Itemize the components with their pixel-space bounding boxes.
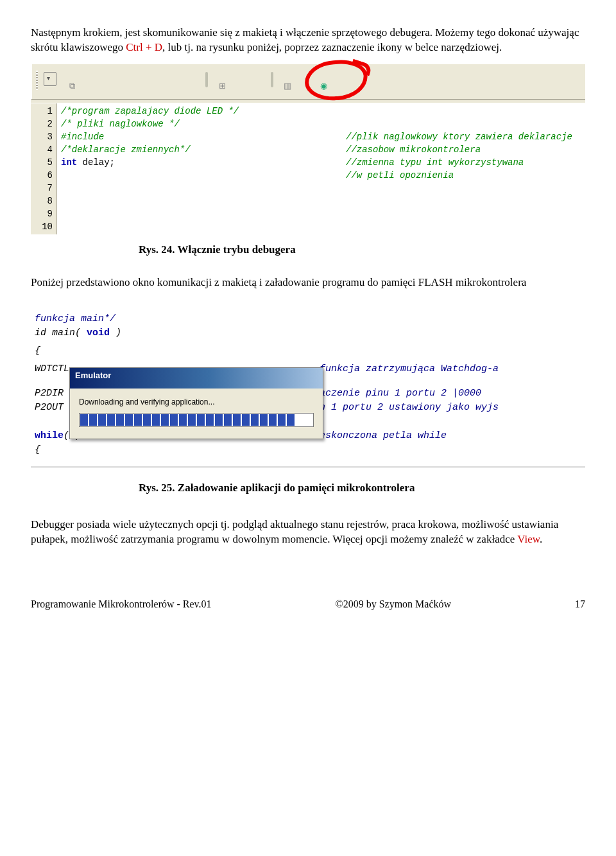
- progress-chunk: [161, 414, 169, 426]
- line-number: 6: [35, 169, 53, 182]
- emulator-dialog: Emulator Downloading and verifying appli…: [69, 367, 323, 439]
- progress-chunk: [152, 414, 160, 426]
- progress-chunk: [242, 414, 250, 426]
- progress-chunk: [251, 414, 259, 426]
- paragraph-1: Następnym krokiem, jest skomunikowanie s…: [31, 26, 585, 55]
- screenshot-toolbar-code: ✎ ✎ ↷ ↴ ◈ → ⧉ ⧉ ▤ ☰ ⊞ ▦ ▥ ✖ ◉: [31, 63, 585, 234]
- line-number: 1: [35, 105, 53, 118]
- progress-chunk: [197, 414, 205, 426]
- toolbar-separator-2: [271, 72, 273, 87]
- line-number: 2: [35, 118, 53, 130]
- toolbar-dropdown[interactable]: [44, 72, 56, 86]
- line-number: 5: [35, 156, 53, 169]
- line-number: 9: [35, 207, 53, 220]
- bg-code-line: {: [35, 443, 40, 457]
- start-debug-icon[interactable]: ◉: [316, 78, 331, 94]
- progress-chunk: [287, 414, 295, 426]
- toolbar-grip: [36, 71, 38, 90]
- line-number: 4: [35, 143, 53, 156]
- progress-chunk: [80, 414, 88, 426]
- progress-chunk: [170, 414, 178, 426]
- line-number: 8: [35, 195, 53, 207]
- toolbar-separator: [205, 72, 208, 87]
- bg-code-line: WDTCTL: [35, 362, 69, 376]
- progress-chunk: [116, 414, 124, 426]
- bg-code-line: funkcja main*/: [35, 312, 116, 326]
- progress-chunk: [89, 414, 97, 426]
- p1-text-b: , lub tj. na rysunku poniżej, poprzez za…: [162, 41, 502, 53]
- paragraph-2: Poniżej przedstawiono okno komunikacji z…: [31, 275, 585, 290]
- screenshot-emulator-dialog: funkcja main*/id main( void ){WDTCTL fun…: [31, 310, 585, 467]
- bg-code-line: {: [35, 344, 40, 358]
- code-line: int delay;//zmienna typu int wykorzystyw…: [61, 156, 581, 169]
- hand-drawn-tail: [350, 58, 373, 76]
- dialog-message: Downloading and verifying application...: [79, 397, 214, 406]
- line-number: 3: [35, 130, 53, 143]
- bg-code-comment: aczenie pinu 1 portu 2 |0000: [320, 387, 481, 401]
- progress-chunk: [98, 414, 106, 426]
- progress-chunk: [107, 414, 115, 426]
- code-content: /*program zapalajacy diode LED *//* plik…: [57, 103, 585, 234]
- progress-bar: [79, 413, 314, 427]
- progress-chunk: [125, 414, 133, 426]
- line-number-gutter: 12345678910: [31, 103, 57, 234]
- bg-code-comment: funkcja zatrzymująca Watchdog-a: [320, 362, 499, 376]
- progress-chunk: [215, 414, 223, 426]
- progress-chunk: [278, 414, 286, 426]
- footer-page: 17: [575, 598, 585, 610]
- progress-chunk: [206, 414, 214, 426]
- progress-chunk: [134, 414, 142, 426]
- paste-icon[interactable]: ⧉: [64, 78, 80, 94]
- view-text: View: [517, 533, 540, 545]
- dialog-titlebar: Emulator: [70, 368, 323, 389]
- bg-code-comment: eskonczona petla while: [320, 429, 447, 443]
- progress-chunk: [269, 414, 277, 426]
- p3b: .: [540, 533, 542, 545]
- code-line: #include //plik naglowkowy ktory zawiera…: [61, 130, 581, 143]
- footer-left: Programowanie Mikrokontrolerów - Rev.01: [31, 598, 212, 610]
- hotkey-text: Ctrl + D: [126, 41, 162, 53]
- dialog-body: Downloading and verifying application...: [70, 389, 323, 427]
- page-footer: Programowanie Mikrokontrolerów - Rev.01 …: [31, 598, 585, 610]
- line-number: 10: [35, 220, 53, 233]
- progress-chunk: [179, 414, 187, 426]
- progress-chunk: [233, 414, 241, 426]
- progress-chunk: [188, 414, 196, 426]
- code-editor: 12345678910 /*program zapalajacy diode L…: [31, 103, 585, 234]
- code-line: /* pliki naglowkowe */: [61, 118, 581, 130]
- watch-icon[interactable]: ⊞: [214, 78, 230, 94]
- progress-chunk: [224, 414, 232, 426]
- footer-mid: ©2009 by Szymon Maćków: [335, 598, 451, 610]
- code-line: /*deklaracje zmiennych*/: [61, 143, 581, 156]
- progress-chunk: [143, 414, 151, 426]
- paragraph-3: Debugger posiada wiele użytecznych opcji…: [31, 518, 585, 547]
- progress-chunk: [260, 414, 268, 426]
- figure-25-caption: Rys. 25. Załadowanie aplikacji do pamięc…: [139, 482, 585, 494]
- line-number: 7: [35, 182, 53, 195]
- p3a: Debugger posiada wiele użytecznych opcji…: [31, 518, 558, 545]
- ide-toolbar: ✎ ✎ ↷ ↴ ◈ → ⧉ ⧉ ▤ ☰ ⊞ ▦ ▥ ✖ ◉: [31, 63, 585, 100]
- bg-code-line: id main( void ): [35, 326, 121, 340]
- figure-24-caption: Rys. 24. Włącznie trybu debugera: [139, 243, 585, 256]
- memory-icon[interactable]: ▥: [280, 78, 295, 94]
- bg-code-comment: n 1 portu 2 ustawiony jako wyjs: [320, 401, 499, 415]
- code-line: /*program zapalajacy diode LED */: [61, 105, 581, 118]
